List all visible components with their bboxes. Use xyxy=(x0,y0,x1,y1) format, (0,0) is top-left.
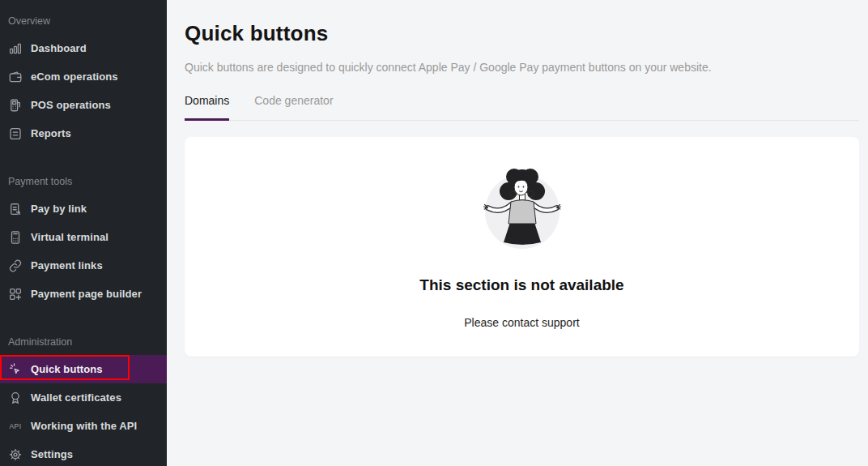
shrugging-woman-illustration xyxy=(457,158,587,255)
page-subtitle: Quick buttons are designed to quickly co… xyxy=(185,61,859,74)
page-builder-grid-plus-icon xyxy=(8,287,23,301)
sidebar-item-settings[interactable]: Settings xyxy=(0,440,167,466)
sidebar-item-label: Payment links xyxy=(31,259,103,271)
sidebar-section-payment-tools: Payment tools xyxy=(0,147,167,195)
sidebar-item-working-with-the-api[interactable]: API Working with the API xyxy=(0,412,167,440)
tab-code-generator[interactable]: Code generator xyxy=(254,94,333,121)
sidebar-item-label: Payment page builder xyxy=(31,288,142,300)
link-icon xyxy=(8,259,23,273)
sidebar-section-overview: Overview xyxy=(0,0,167,34)
pos-terminal-icon xyxy=(8,98,23,113)
sidebar-item-payment-links[interactable]: Payment links xyxy=(0,251,167,280)
terminal-keypad-icon xyxy=(8,230,23,245)
sidebar-item-label: eCom operations xyxy=(31,71,118,83)
sidebar-item-label: Working with the API xyxy=(31,420,137,432)
sidebar-section-administration: Administration xyxy=(0,308,167,355)
sidebar-item-label: POS operations xyxy=(31,99,111,111)
sidebar-item-pay-by-link[interactable]: Pay by link xyxy=(0,195,167,223)
empty-state-subtitle: Please contact support xyxy=(464,316,579,329)
api-icon: API xyxy=(8,419,23,434)
empty-state-card: This section is not available Please con… xyxy=(185,137,859,357)
wallet-icon xyxy=(8,70,23,84)
sidebar-item-ecom-operations[interactable]: eCom operations xyxy=(0,62,167,91)
sidebar-item-label: Settings xyxy=(31,448,73,460)
sidebar-item-virtual-terminal[interactable]: Virtual terminal xyxy=(0,223,167,251)
sidebar-item-pos-operations[interactable]: POS operations xyxy=(0,91,167,119)
gear-icon xyxy=(8,447,23,462)
click-spark-icon xyxy=(8,362,23,377)
tab-bar: Domains Code generator xyxy=(185,94,859,121)
sidebar-item-label: Dashboard xyxy=(31,42,87,54)
sidebar-item-quick-buttons[interactable]: Quick buttons xyxy=(0,355,167,383)
page-title: Quick buttons xyxy=(185,22,859,45)
bar-chart-icon xyxy=(8,41,23,56)
sidebar: Overview Dashboard eCom operations POS o… xyxy=(0,0,167,466)
sidebar-item-label: Pay by link xyxy=(31,203,87,215)
report-document-icon xyxy=(8,126,23,141)
sidebar-item-label: Reports xyxy=(31,127,71,139)
certificate-ribbon-icon xyxy=(8,391,23,405)
sidebar-item-label: Wallet certificates xyxy=(31,391,121,404)
sidebar-item-reports[interactable]: Reports xyxy=(0,119,167,147)
empty-state-title: This section is not available xyxy=(419,276,623,294)
sidebar-item-label: Quick buttons xyxy=(31,363,103,375)
sidebar-item-dashboard[interactable]: Dashboard xyxy=(0,34,167,62)
tab-domains[interactable]: Domains xyxy=(185,94,229,121)
sidebar-item-payment-page-builder[interactable]: Payment page builder xyxy=(0,280,167,308)
sidebar-item-wallet-certificates[interactable]: Wallet certificates xyxy=(0,383,167,412)
main-content: Quick buttons Quick buttons are designed… xyxy=(167,0,868,466)
sidebar-item-label: Virtual terminal xyxy=(31,231,108,243)
invoice-clipboard-icon xyxy=(8,202,23,216)
